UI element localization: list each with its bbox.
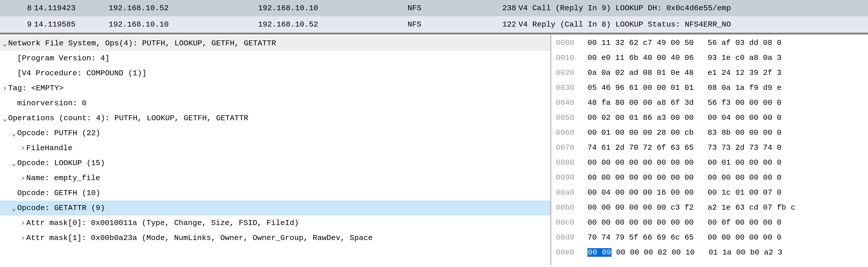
tree-text: Name: empty_file [26,174,100,182]
hex-bytes: 00 00 00 00 00 00 c3 f2 a2 1e 63 cd 07 f… [588,203,795,212]
tree-line[interactable]: ›Tag: <EMPTY> [0,81,550,96]
hex-offset: 0000 [556,38,588,47]
hex-bytes: 05 46 96 61 00 00 01 01 08 0a 1a f9 d9 e [588,83,781,92]
hex-row[interactable]: 008000 00 00 00 00 00 00 00 00 01 00 00 … [556,155,868,170]
packet-list[interactable]: 814.119423192.168.10.52192.168.10.10NFS2… [0,0,868,34]
hex-bytes: 00 09 00 00 00 02 00 10 01 1a 00 b0 a2 3 [588,248,782,257]
tree-line[interactable]: ›Attr mask[0]: 0x0010011a (Type, Change,… [0,215,550,231]
packet-row[interactable]: 814.119423192.168.10.52192.168.10.10NFS2… [0,0,868,16]
hex-offset: 0090 [556,173,588,182]
hex-row[interactable]: 00b000 00 00 00 00 00 c3 f2 a2 1e 63 cd … [556,200,868,215]
tree-text: Opcode: GETFH (10) [17,189,100,197]
col-proto: NFS [407,20,485,29]
hex-offset: 0020 [556,69,588,77]
tree-text: [Program Version: 4] [17,54,110,62]
hex-row[interactable]: 00d070 74 79 5f 66 69 6c 65 00 00 00 00 … [556,230,868,245]
hex-row[interactable]: 001000 e0 11 6b 40 00 40 06 93 1e c0 a8 … [556,50,868,65]
caret-expanded-icon[interactable]: ⌄ [10,158,17,168]
tree-text: Opcode: PUTFH (22) [17,129,100,137]
tree-text: FileHandle [26,144,72,153]
hex-row[interactable]: 00a000 04 00 00 00 16 00 00 00 1c 01 00 … [556,185,868,200]
hex-row[interactable]: 003005 46 96 61 00 00 01 01 08 0a 1a f9 … [556,80,868,95]
hex-offset: 00b0 [556,203,588,212]
col-no: 8 [9,4,34,12]
hex-row[interactable]: 009000 00 00 00 00 00 00 00 00 00 00 00 … [556,170,868,185]
col-len: 122 [485,20,519,29]
caret-expanded-icon[interactable]: ⌄ [1,38,8,48]
hex-bytes: 00 00 00 00 00 00 00 00 00 0f 00 00 00 0 [588,218,781,227]
packet-details-pane[interactable]: ⌄Network File System, Ops(4): PUTFH, LOO… [0,34,551,265]
hex-bytes: 00 01 00 00 00 28 00 cb 83 8b 00 00 00 0 [588,128,781,137]
tree-line[interactable]: ›FileHandle [0,141,550,156]
col-no: 9 [9,20,34,29]
packet-bytes-pane[interactable]: 000000 11 32 62 c7 49 00 50 56 af 03 dd … [551,34,868,265]
caret-collapsed-icon[interactable]: › [1,84,8,92]
tree-line[interactable]: ⌄Opcode: LOOKUP (15) [0,156,550,170]
hex-bytes: 00 e0 11 6b 40 00 40 06 93 1e c0 a8 0a 3 [588,54,781,62]
hex-offset: 00d0 [556,233,588,242]
hex-row[interactable]: 00c000 00 00 00 00 00 00 00 00 0f 00 00 … [556,215,868,230]
caret-expanded-icon[interactable]: ⌄ [10,203,17,213]
tree-text: minorversion: 0 [17,99,87,108]
tree-text: Opcode: GETATTR (9) [17,204,105,212]
tree-line[interactable]: [V4 Procedure: COMPOUND (1)] [0,66,550,81]
hex-row[interactable]: 006000 01 00 00 00 28 00 cb 83 8b 00 00 … [556,125,868,140]
tree-line[interactable]: ›Name: empty_file [0,170,550,186]
hex-bytes: 00 04 00 00 00 16 00 00 00 1c 01 00 07 0 [588,188,781,197]
caret-collapsed-icon[interactable]: › [20,174,26,182]
tree-text: Attr mask[0]: 0x0010011a (Type, Change, … [26,219,299,227]
hex-offset: 0010 [556,54,588,62]
caret-collapsed-icon[interactable]: › [20,234,26,242]
tree-text: Attr mask[1]: 0x00b0a23a (Mode, NumLinks… [26,234,373,242]
hex-row[interactable]: 005000 02 00 01 86 a3 00 00 00 04 00 00 … [556,110,868,125]
hex-row[interactable]: 004048 fa 80 00 00 a8 6f 3d 56 f3 00 00 … [556,95,868,110]
hex-offset: 00e0 [556,248,588,257]
hex-bytes: 48 fa 80 00 00 a8 6f 3d 56 f3 00 00 00 0 [588,99,781,107]
hex-bytes: 00 02 00 01 86 a3 00 00 00 04 00 00 00 0 [588,113,781,122]
hex-bytes: 00 11 32 62 c7 49 00 50 56 af 03 dd 08 0 [588,38,781,47]
col-time: 14.119585 [34,20,109,29]
col-time: 14.119423 [34,4,109,12]
col-proto: NFS [407,4,485,12]
tree-line[interactable]: ⌄Opcode: GETATTR (9) [0,201,550,215]
hex-row[interactable]: 00e000 09 00 00 00 02 00 10 01 1a 00 b0 … [556,245,868,260]
tree-text: Network File System, Ops(4): PUTFH, LOOK… [8,39,276,48]
hex-offset: 0050 [556,113,588,122]
col-dst: 192.168.10.10 [258,4,407,12]
lower-panes: ⌄Network File System, Ops(4): PUTFH, LOO… [0,34,868,265]
tree-line[interactable]: minorversion: 0 [0,96,550,111]
tree-line[interactable]: ⌄Opcode: PUTFH (22) [0,126,550,141]
caret-collapsed-icon[interactable]: › [20,144,26,153]
tree-text: Opcode: LOOKUP (15) [17,159,105,167]
tree-text: Operations (count: 4): PUTFH, LOOKUP, GE… [8,114,248,123]
hex-offset: 0060 [556,128,588,137]
hex-bytes: 70 74 79 5f 66 69 6c 65 00 00 00 00 00 0 [588,233,781,242]
packet-row[interactable]: 914.119585192.168.10.10192.168.10.52NFS1… [0,16,868,33]
hex-offset: 0040 [556,99,588,107]
col-info: V4 Call (Reply In 9) LOOKUP DH: 0x0c4d6e… [519,4,868,12]
hex-row[interactable]: 000000 11 32 62 c7 49 00 50 56 af 03 dd … [556,35,868,50]
tree-line[interactable]: ›Attr mask[1]: 0x00b0a23a (Mode, NumLink… [0,231,550,245]
hex-offset: 0080 [556,158,588,167]
col-dst: 192.168.10.52 [258,20,407,29]
col-src: 192.168.10.52 [109,4,258,12]
hex-bytes: 74 61 2d 70 72 6f 63 65 73 73 2d 73 74 0 [588,143,781,152]
tree-text: [V4 Procedure: COMPOUND (1)] [17,69,147,78]
tree-line[interactable]: ⌄Network File System, Ops(4): PUTFH, LOO… [0,36,550,51]
col-len: 238 [485,4,519,12]
hex-bytes: 00 00 00 00 00 00 00 00 00 01 00 00 00 0 [588,158,781,167]
tree-line[interactable]: [Program Version: 4] [0,51,550,66]
hex-offset: 0070 [556,143,588,152]
hex-offset: 0030 [556,83,588,92]
caret-expanded-icon[interactable]: ⌄ [10,128,17,138]
tree-line[interactable]: Opcode: GETFH (10) [0,186,550,201]
hex-offset: 00a0 [556,188,588,197]
hex-row[interactable]: 00200a 0a 02 ad 08 01 0e 48 e1 24 12 39 … [556,65,868,80]
tree-line[interactable]: ⌄Operations (count: 4): PUTFH, LOOKUP, G… [0,111,550,126]
caret-expanded-icon[interactable]: ⌄ [1,113,8,123]
hex-row[interactable]: 007074 61 2d 70 72 6f 63 65 73 73 2d 73 … [556,140,868,155]
caret-collapsed-icon[interactable]: › [20,219,26,227]
hex-selected-bytes: 00 09 [588,248,612,257]
hex-bytes: 00 00 00 00 00 00 00 00 00 00 00 00 00 0 [588,173,781,182]
hex-bytes: 0a 0a 02 ad 08 01 0e 48 e1 24 12 39 2f 3 [588,69,781,77]
